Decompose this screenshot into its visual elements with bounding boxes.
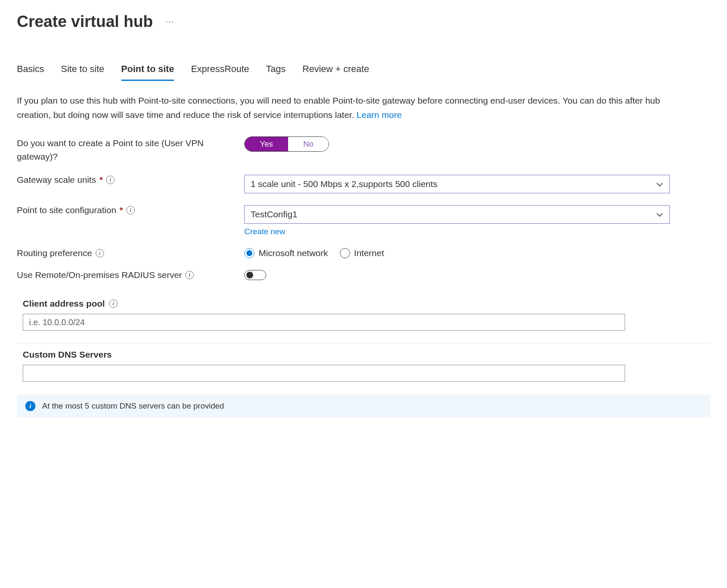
p2s-gateway-label: Do you want to create a Point to site (U…: [17, 136, 244, 163]
p2s-config-value: TestConfig1: [251, 209, 297, 219]
create-new-link[interactable]: Create new: [244, 227, 285, 236]
info-badge-icon: i: [25, 401, 35, 411]
required-marker: *: [120, 205, 123, 215]
page-title: Create virtual hub: [17, 13, 153, 31]
p2s-no-option[interactable]: No: [288, 137, 329, 151]
routing-pref-option2-label: Internet: [354, 248, 384, 258]
routing-pref-ms-network[interactable]: Microsoft network: [244, 248, 328, 258]
chevron-down-icon: [656, 180, 663, 188]
radio-unchecked-icon: [340, 248, 350, 258]
intro-text: If you plan to use this hub with Point-t…: [17, 94, 674, 122]
learn-more-link[interactable]: Learn more: [357, 110, 402, 120]
dns-input[interactable]: [23, 365, 625, 382]
info-icon[interactable]: i: [109, 299, 118, 308]
info-message-text: At the most 5 custom DNS servers can be …: [42, 401, 224, 411]
radius-switch[interactable]: [244, 270, 266, 280]
tab-expressroute[interactable]: ExpressRoute: [191, 60, 249, 81]
info-icon[interactable]: i: [185, 271, 194, 279]
scale-units-label: Gateway scale units: [17, 175, 96, 185]
tabs-container: Basics Site to site Point to site Expres…: [17, 60, 710, 81]
tab-point-to-site[interactable]: Point to site: [121, 60, 174, 81]
tab-review-create[interactable]: Review + create: [302, 60, 369, 81]
client-pool-input[interactable]: [23, 314, 625, 331]
switch-knob: [246, 272, 253, 278]
tab-site-to-site[interactable]: Site to site: [61, 60, 104, 81]
tab-basics[interactable]: Basics: [17, 60, 44, 81]
more-icon[interactable]: ···: [166, 17, 174, 26]
routing-pref-radio-group: Microsoft network Internet: [244, 248, 670, 258]
info-icon[interactable]: i: [106, 176, 115, 184]
dns-label: Custom DNS Servers: [23, 350, 112, 360]
routing-pref-internet[interactable]: Internet: [340, 248, 384, 258]
required-marker: *: [99, 175, 103, 185]
scale-units-value: 1 scale unit - 500 Mbps x 2,supports 500…: [251, 179, 438, 189]
info-bar: i At the most 5 custom DNS servers can b…: [17, 394, 710, 418]
routing-pref-label: Routing preference: [17, 248, 92, 258]
routing-pref-option1-label: Microsoft network: [259, 248, 328, 258]
radius-label: Use Remote/On-premises RADIUS server: [17, 270, 182, 280]
scale-units-dropdown[interactable]: 1 scale unit - 500 Mbps x 2,supports 500…: [244, 175, 670, 193]
info-icon[interactable]: i: [126, 206, 135, 214]
p2s-config-dropdown[interactable]: TestConfig1: [244, 205, 670, 224]
p2s-yes-option[interactable]: Yes: [245, 137, 288, 151]
p2s-config-label: Point to site configuration: [17, 205, 116, 215]
chevron-down-icon: [656, 211, 663, 218]
tab-tags[interactable]: Tags: [266, 60, 286, 81]
info-icon[interactable]: i: [96, 249, 104, 257]
p2s-gateway-toggle[interactable]: Yes No: [244, 136, 329, 152]
radio-checked-icon: [244, 248, 254, 258]
client-pool-label: Client address pool: [23, 299, 105, 309]
